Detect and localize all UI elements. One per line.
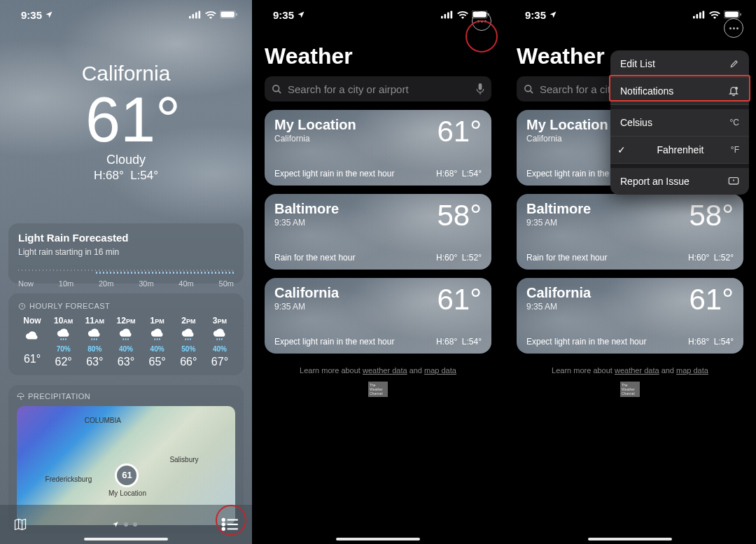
hour-temp: 62° — [55, 356, 72, 368]
precip-chance: 80% — [88, 345, 102, 353]
card-hilo: H:68° L:54° — [436, 169, 482, 179]
svg-point-34 — [735, 87, 738, 90]
celsius-symbol: °C — [730, 118, 739, 127]
menu-notifications[interactable]: Notifications — [610, 78, 749, 105]
current-temp: 61° — [0, 88, 252, 151]
card-name: California — [526, 285, 591, 301]
hourly-item: 1PM 40% 65° — [144, 316, 172, 368]
card-temp: 61° — [689, 285, 734, 314]
card-name: My Location — [274, 117, 356, 133]
current-conditions: California 61° Cloudy H:68° L:54° — [0, 0, 252, 183]
home-indicator[interactable] — [588, 538, 672, 540]
status-bar: 9:35 — [0, 0, 252, 24]
hour-label: 1PM — [150, 316, 164, 326]
svg-rect-6 — [236, 13, 237, 16]
svg-line-32 — [530, 90, 533, 93]
card-temp: 58° — [437, 201, 482, 230]
hour-temp: 63° — [118, 356, 134, 368]
menu-report-issue[interactable]: Report an Issue — [610, 168, 749, 195]
hour-label: Now — [23, 316, 41, 326]
precip-chance — [31, 342, 34, 350]
weather-icon — [181, 328, 195, 342]
svg-point-8 — [223, 519, 225, 521]
hour-temp: 61° — [24, 353, 41, 365]
hi-lo: H:68° L:54° — [0, 169, 252, 183]
map-icon[interactable] — [13, 517, 28, 531]
location-card[interactable]: My Location California 61° Expect light … — [265, 110, 491, 186]
svg-rect-14 — [441, 16, 443, 19]
card-subtitle: 9:35 AM — [526, 302, 591, 312]
map-data-link[interactable]: map data — [424, 366, 456, 375]
home-indicator[interactable] — [84, 538, 168, 540]
svg-point-10 — [223, 528, 225, 530]
card-desc: Expect light rain in the next hour — [274, 337, 394, 347]
weather-icon — [150, 328, 164, 342]
card-desc: Rain for the next hour — [274, 253, 355, 263]
card-desc: Rain for the next hour — [526, 253, 607, 263]
search-field[interactable]: Search for a city or airport — [265, 76, 491, 102]
weather-data-link[interactable]: weather data — [363, 366, 407, 375]
page-title: Weather — [517, 43, 605, 69]
hour-label: 10AM — [54, 316, 73, 326]
location-card[interactable]: Baltimore 9:35 AM 58° Rain for the next … — [265, 194, 491, 270]
wifi-icon — [205, 11, 216, 19]
location-card[interactable]: Baltimore 9:35 AM 58° Rain for the next … — [517, 194, 743, 270]
svg-rect-3 — [199, 11, 201, 19]
map-city-label: Salisbury — [169, 456, 198, 463]
mic-icon[interactable] — [476, 83, 484, 95]
map-city-label: COLUMBIA — [85, 417, 121, 424]
lo-temp: L:54° — [130, 169, 158, 182]
map-my-location-pin[interactable]: 61 — [115, 463, 139, 487]
home-indicator[interactable] — [336, 538, 420, 540]
search-placeholder: Search for a city or airport — [288, 83, 470, 95]
svg-rect-17 — [451, 11, 453, 19]
card-desc: Expect light rain in the next hour — [526, 337, 646, 347]
weather-icon — [88, 328, 102, 342]
battery-icon — [472, 11, 490, 19]
location-card[interactable]: California 9:35 AM 61° Expect light rain… — [265, 278, 491, 354]
map-data-link[interactable]: map data — [676, 366, 708, 375]
bell-badge-icon — [728, 85, 739, 97]
clock-icon — [18, 302, 26, 310]
svg-rect-20 — [488, 13, 489, 16]
location-arrow-icon — [549, 11, 557, 19]
weather-icon — [213, 328, 227, 342]
minute-forecast-card[interactable]: Light Rain Forecasted Light rain startin… — [8, 223, 244, 284]
location-card[interactable]: California 9:35 AM 61° Expect light rain… — [517, 278, 743, 354]
minute-bar — [18, 270, 234, 275]
hi-temp: H:68° — [94, 169, 124, 182]
svg-rect-24 — [693, 16, 695, 19]
precip-chance: 40% — [150, 345, 164, 353]
location-arrow-icon — [45, 11, 53, 19]
svg-rect-15 — [444, 14, 447, 18]
card-hilo: H:60° L:52° — [688, 253, 734, 263]
precip-chance: 50% — [181, 345, 195, 353]
search-icon — [524, 84, 534, 95]
battery-icon — [724, 11, 742, 19]
status-bar: 9:35 — [252, 0, 504, 24]
menu-celsius[interactable]: Celsius °C — [610, 109, 749, 137]
pencil-icon — [729, 59, 739, 69]
hourly-item: 10AM 70% 62° — [50, 316, 78, 368]
menu-fahrenheit[interactable]: Fahrenheit °F — [610, 137, 749, 164]
ellipsis-icon — [729, 27, 738, 29]
hour-label: 2PM — [181, 316, 195, 326]
svg-rect-26 — [699, 12, 701, 18]
card-temp: 61° — [437, 285, 482, 314]
status-time: 9:35 — [525, 9, 546, 21]
weather-data-link[interactable]: weather data — [615, 366, 659, 375]
svg-rect-16 — [447, 12, 449, 18]
status-time: 9:35 — [273, 9, 294, 21]
card-name: California — [274, 285, 339, 301]
hourly-item: 12PM 40% 63° — [112, 316, 140, 368]
hourly-item: 3PM 40% 67° — [206, 316, 234, 368]
menu-edit-list[interactable]: Edit List — [610, 50, 749, 78]
hourly-forecast-card[interactable]: HOURLY FORECAST Now 61° 10AM 70% 62° 11A… — [8, 293, 244, 375]
weather-list-screen-menu-open: 9:35 Weather Search for a city or airpor… — [504, 0, 756, 544]
page-dots[interactable] — [112, 521, 137, 528]
card-hilo: H:68° L:54° — [436, 337, 482, 347]
card-subtitle: 9:35 AM — [274, 218, 339, 228]
card-subtitle: 9:35 AM — [526, 218, 591, 228]
wifi-icon — [709, 11, 720, 19]
list-icon[interactable] — [221, 517, 239, 531]
